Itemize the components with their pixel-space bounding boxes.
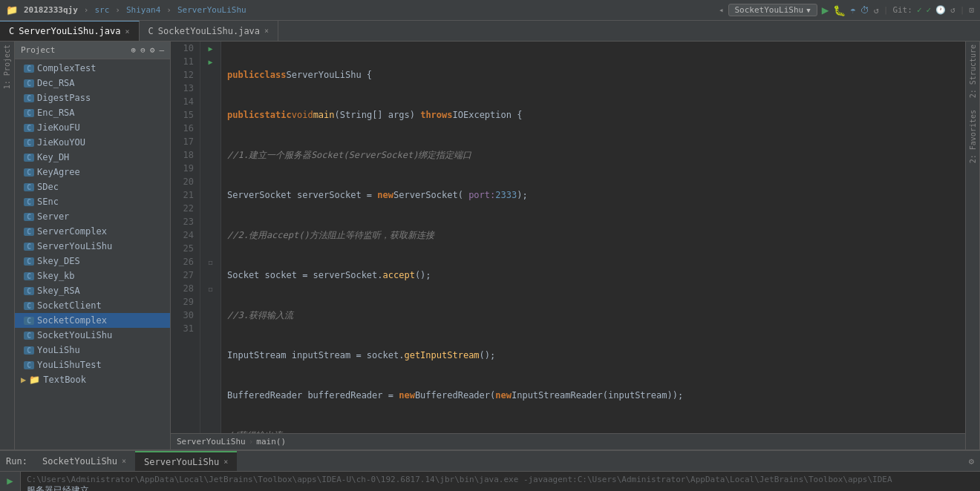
tree-item-digest-pass[interactable]: C DigestPass <box>15 90 170 105</box>
code-line-17: InputStream inputStream = socket.getInpu… <box>227 349 959 362</box>
tab-server-youLiShu[interactable]: C ServerYouLiShu.java × <box>0 21 140 41</box>
tree-item-youLiShu-test[interactable]: C YouLiShuTest <box>15 357 170 372</box>
tree-item-textbook[interactable]: ▶ 📁 TextBook <box>15 372 170 387</box>
run-play-btn[interactable]: ▶ <box>7 475 13 487</box>
class-icon: C <box>24 94 34 102</box>
tab-label-1: ServerYouLiShu.java <box>19 26 120 36</box>
run-content: ▶ ▲ ▼ ■ C:\Users\Administrator\AppData\L… <box>0 472 980 491</box>
line-numbers: 10 11 12 13 14 15 16 17 18 19 20 21 22 2… <box>171 42 200 433</box>
run-config-selector[interactable]: SocketYouLiShu ▼ <box>728 4 817 16</box>
tree-item-skey-rsa[interactable]: C Skey_RSA <box>15 283 170 298</box>
path-src: src <box>94 5 109 15</box>
git-check2-icon[interactable]: ✓ <box>927 5 932 15</box>
class-icon: C <box>24 124 34 132</box>
coverage-icon[interactable]: ☂ <box>850 5 855 16</box>
run-icon[interactable]: ▶ <box>822 3 829 17</box>
project-panel-title: Project <box>21 45 55 55</box>
class-icon: C <box>24 332 34 340</box>
git-label: Git: <box>892 5 912 15</box>
run-settings-btn[interactable]: ⚙ <box>969 456 980 467</box>
project-icon: 📁 <box>6 4 18 16</box>
tree-item-key-dh[interactable]: C Key_DH <box>15 150 170 165</box>
window-icon[interactable]: ⊡ <box>969 5 974 15</box>
settings-icon[interactable]: ⚙ <box>150 45 155 55</box>
class-icon: C <box>24 346 34 355</box>
minus-icon[interactable]: ⊖ <box>140 45 146 55</box>
debug-icon[interactable]: 🐛 <box>833 4 846 16</box>
run-tab-socket[interactable]: SocketYouLiShu × <box>33 451 135 471</box>
class-icon: C <box>24 198 34 206</box>
class-icon: C <box>24 139 34 147</box>
git-revert-icon[interactable]: ↺ <box>950 5 956 15</box>
run-config-label: SocketYouLiShu <box>735 5 804 15</box>
code-line-10: public class ServerYouLiShu { <box>227 68 959 82</box>
class-icon: C <box>24 243 34 251</box>
class-icon: C <box>24 361 34 369</box>
class-icon: C <box>24 317 34 325</box>
tree-item-enc-rsa[interactable]: C Enc_RSA <box>15 105 170 120</box>
folder-icon2: 📁 <box>29 375 40 385</box>
tree-item-socket-complex[interactable]: C SocketComplex <box>15 313 170 328</box>
tree-item-jieKouFU[interactable]: C JieKouFU <box>15 120 170 135</box>
tree-item-skey-des[interactable]: C Skey_DES <box>15 254 170 268</box>
git-history-icon[interactable]: 🕐 <box>935 5 946 15</box>
code-area: 10 11 12 13 14 15 16 17 18 19 20 21 22 2… <box>171 42 965 433</box>
back-icon[interactable]: ◂ <box>719 5 724 15</box>
code-content[interactable]: public class ServerYouLiShu { public sta… <box>221 42 965 433</box>
tree-item-skey-kb[interactable]: C Skey_kb <box>15 268 170 283</box>
settings-gear-icon[interactable]: ⚙ <box>969 456 974 467</box>
stop-icon[interactable]: ↺ <box>874 5 879 16</box>
close-panel-icon[interactable]: — <box>159 45 164 55</box>
tree-item-server-complex[interactable]: C ServerComplex <box>15 224 170 239</box>
project-sidebar-label[interactable]: 1: Project <box>0 42 15 449</box>
tab-socket-youLiShu[interactable]: C SocketYouLiShu.java × <box>140 21 279 41</box>
code-line-13: ServerSocket serverSocket = new ServerSo… <box>227 188 959 202</box>
code-line-15: Socket socket = serverSocket.accept(); <box>227 268 959 282</box>
favorites-label: 2: Favorites <box>967 107 979 166</box>
gutter: ▶ ▶ ◻ ◻ <box>200 42 221 433</box>
project-label: 1: Project <box>1 42 13 92</box>
close-run-tab-socket[interactable]: × <box>122 457 126 465</box>
run-tab-socket-label: SocketYouLiShu <box>42 456 117 467</box>
title-bar: 📁 20182333qjy › src › Shiyan4 › ServerYo… <box>0 0 980 21</box>
tree-item-key-agree[interactable]: C KeyAgree <box>15 165 170 179</box>
run-label: Run: <box>0 456 33 467</box>
tree-item-socket-youLiShu[interactable]: C SocketYouLiShu <box>15 328 170 343</box>
class-icon: C <box>24 79 34 88</box>
git-check-icon[interactable]: ✓ <box>917 5 922 15</box>
structure-label: 2: Structure <box>967 42 979 101</box>
breadcrumb-class: ServerYouLiShu <box>177 437 246 446</box>
class-icon: C <box>24 65 34 73</box>
tree-item-complex-test[interactable]: C ComplexTest <box>15 61 170 76</box>
tree-item-youLiShu[interactable]: C YouLiShu <box>15 343 170 357</box>
code-editor[interactable]: 10 11 12 13 14 15 16 17 18 19 20 21 22 2… <box>171 42 965 449</box>
breadcrumb: ServerYouLiShu › main() <box>171 433 965 449</box>
bottom-panel: Run: SocketYouLiShu × ServerYouLiShu × ⚙… <box>0 449 980 491</box>
code-line-11: public static void main(String[] args) t… <box>227 108 959 122</box>
structure-sidebar[interactable]: 2: Structure 2: Favorites <box>965 42 980 449</box>
tree-item-socket-client[interactable]: C SocketClient <box>15 298 170 313</box>
run-tab-server[interactable]: ServerYouLiShu × <box>135 451 237 471</box>
profile-icon[interactable]: ⏱ <box>860 5 869 16</box>
plus-icon[interactable]: ⊕ <box>131 45 137 55</box>
tree-item-dec-rsa[interactable]: C Dec_RSA <box>15 76 170 90</box>
class-icon: C <box>24 213 34 221</box>
main-content: 1: Project Project ⊕ ⊖ ⚙ — C ComplexTest… <box>0 42 980 449</box>
close-run-tab-server[interactable]: × <box>223 458 228 466</box>
code-line-14: //2.使用accept()方法阻止等待监听，获取新连接 <box>227 228 959 242</box>
tree-item-senc[interactable]: C SEnc <box>15 194 170 209</box>
project-name: 20182333qjy <box>24 5 78 15</box>
class-icon: C <box>24 272 34 280</box>
class-icon: C <box>24 109 34 117</box>
close-tab-1[interactable]: × <box>125 27 130 36</box>
toolbar-right: ◂ SocketYouLiShu ▼ ▶ 🐛 ☂ ⏱ ↺ | Git: ✓ ✓ … <box>719 3 974 17</box>
tree-item-server[interactable]: C Server <box>15 209 170 224</box>
tree-item-server-youLiShu[interactable]: C ServerYouLiShu <box>15 239 170 254</box>
project-tree: C ComplexTest C Dec_RSA C DigestPass C E… <box>15 59 170 449</box>
close-tab-2[interactable]: × <box>264 27 269 35</box>
class-icon: C <box>24 228 34 236</box>
tree-item-sdec[interactable]: C SDec <box>15 179 170 194</box>
run-tab-server-label: ServerYouLiShu <box>144 457 219 467</box>
tree-item-jieKouYOU[interactable]: C JieKouYOU <box>15 135 170 150</box>
code-line-18: BufferedReader bufferedReader = new Buff… <box>227 389 959 402</box>
